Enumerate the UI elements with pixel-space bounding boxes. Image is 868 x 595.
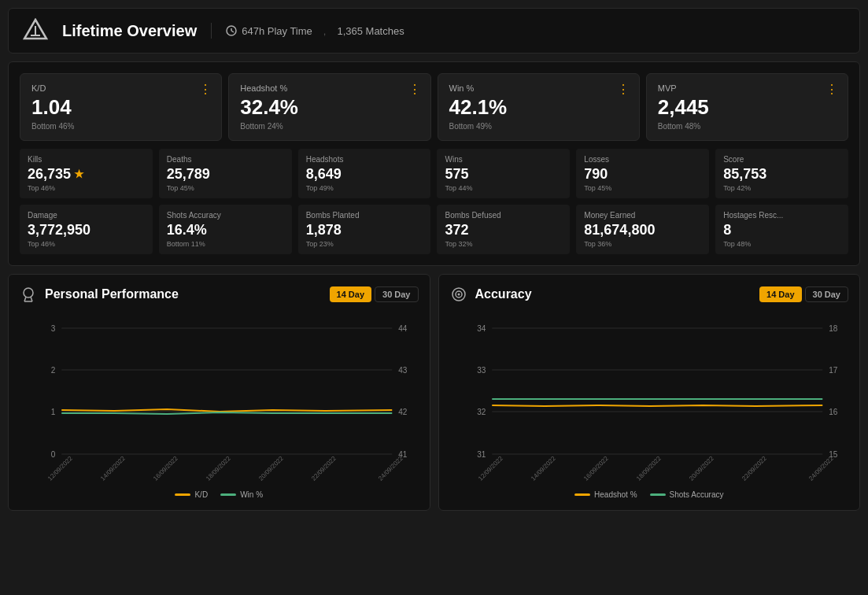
small-stat-hostages: Hostages Resc... 8 Top 48% (715, 205, 848, 254)
money-earned-value: 81,674,800 (584, 222, 701, 238)
personal-performance-panel: Personal Performance 14 Day 30 Day 3 2 1… (8, 274, 430, 511)
kd-legend-dot (175, 493, 190, 496)
big-stat-headshot: Headshot % 32.4% Bottom 24% ⋮ (228, 73, 430, 141)
wins-sub: Top 44% (445, 184, 562, 192)
kills-sub: Top 46% (28, 184, 145, 192)
money-earned-label: Money Earned (584, 211, 701, 220)
win-pct-label: Win % (449, 83, 628, 93)
win-pct-menu-icon[interactable]: ⋮ (617, 82, 630, 97)
bombs-planted-sub: Top 23% (306, 240, 423, 248)
wins-value: 575 (445, 166, 562, 183)
svg-text:22/09/2022: 22/09/2022 (310, 454, 338, 482)
svg-text:18: 18 (829, 324, 838, 333)
accuracy-14-day-button[interactable]: 14 Day (759, 286, 801, 302)
shots-accuracy-legend-dot (650, 493, 666, 496)
accuracy-chart-area: 34 33 32 31 18 17 16 15 12/09/2022 14/09… (450, 312, 849, 486)
shots-accuracy-label: Shots Accuracy (167, 211, 284, 220)
wins-label: Wins (445, 155, 562, 164)
small-stat-losses: Losses 790 Top 45% (576, 149, 709, 198)
headshot-legend-item: Headshot % (574, 490, 637, 499)
bombs-defused-value: 372 (445, 222, 562, 238)
shots-accuracy-value: 16.4% (167, 222, 284, 238)
big-stat-mvp: MVP 2,445 Bottom 48% ⋮ (646, 73, 848, 141)
win-pct-sub: Bottom 49% (449, 122, 628, 131)
headshot-label: Headshot % (240, 83, 419, 93)
losses-sub: Top 45% (584, 184, 701, 192)
headshots-value: 8,649 (306, 166, 423, 183)
win-pct-value: 42.1% (449, 96, 628, 119)
headshots-label: Headshots (306, 155, 423, 164)
win-pct-legend-label: Win % (240, 490, 263, 499)
lifetime-overview-header: Lifetime Overview 647h Play Time , 1,365… (8, 8, 860, 54)
headshot-menu-icon[interactable]: ⋮ (408, 82, 421, 97)
kd-sub: Bottom 46% (31, 122, 210, 131)
play-time: 647h Play Time (242, 25, 312, 37)
score-label: Score (723, 155, 840, 164)
mvp-label: MVP (658, 83, 837, 93)
svg-text:43: 43 (398, 366, 408, 375)
svg-text:44: 44 (398, 324, 408, 333)
svg-line-7 (24, 297, 26, 301)
deaths-label: Deaths (167, 155, 284, 164)
svg-text:0: 0 (51, 450, 56, 459)
small-stat-kills: Kills 26,735 ★ Top 46% (20, 149, 153, 198)
svg-text:18/09/2022: 18/09/2022 (205, 454, 232, 482)
perf-chart-area: 3 2 1 0 44 43 42 41 12/09/2022 14/09/202… (20, 312, 419, 486)
win-pct-legend-item: Win % (220, 490, 263, 499)
svg-text:14/09/2022: 14/09/2022 (99, 454, 127, 482)
svg-text:24/09/2022: 24/09/2022 (377, 454, 404, 482)
money-earned-sub: Top 36% (584, 240, 701, 248)
headshot-sub: Bottom 24% (240, 122, 419, 131)
small-stats-row2: Damage 3,772,950 Top 46% Shots Accuracy … (20, 205, 848, 254)
svg-text:18/09/2022: 18/09/2022 (635, 454, 663, 482)
kills-label: Kills (28, 155, 145, 164)
mvp-value: 2,445 (658, 96, 837, 119)
svg-point-6 (24, 288, 33, 298)
perf-chart-header: Personal Performance 14 Day 30 Day (20, 286, 419, 303)
svg-text:24/09/2022: 24/09/2022 (807, 454, 835, 482)
accuracy-30-day-button[interactable]: 30 Day (805, 286, 848, 302)
matches-count: 1,365 Matches (337, 25, 404, 37)
header-divider (211, 23, 212, 39)
svg-text:2: 2 (51, 366, 56, 375)
small-stat-bombs-defused: Bombs Defused 372 Top 32% (437, 205, 570, 254)
bombs-planted-label: Bombs Planted (306, 211, 423, 220)
clock-icon (226, 25, 237, 36)
kd-value: 1.04 (31, 96, 210, 119)
bombs-defused-sub: Top 32% (445, 240, 562, 248)
stats-panel: K/D 1.04 Bottom 46% ⋮ Headshot % 32.4% B… (8, 61, 860, 266)
small-stat-bombs-planted: Bombs Planted 1,878 Top 23% (298, 205, 431, 254)
headshot-value: 32.4% (240, 96, 419, 119)
hostages-label: Hostages Resc... (723, 211, 840, 220)
small-stat-money-earned: Money Earned 81,674,800 Top 36% (576, 205, 709, 254)
win-pct-legend-dot (220, 493, 236, 496)
kd-label: K/D (31, 83, 210, 93)
headshot-legend-dot (574, 493, 590, 496)
losses-label: Losses (584, 155, 701, 164)
damage-label: Damage (28, 211, 145, 220)
page-title: Lifetime Overview (62, 22, 197, 40)
headshot-legend-label: Headshot % (594, 490, 637, 499)
bombs-planted-value: 1,878 (306, 222, 423, 238)
perf-30-day-button[interactable]: 30 Day (375, 286, 418, 302)
kills-star-icon: ★ (74, 168, 84, 180)
svg-text:17: 17 (829, 366, 838, 375)
svg-text:20/09/2022: 20/09/2022 (257, 454, 285, 482)
svg-text:16/09/2022: 16/09/2022 (582, 454, 610, 482)
kd-menu-icon[interactable]: ⋮ (199, 82, 212, 97)
big-stats-grid: K/D 1.04 Bottom 46% ⋮ Headshot % 32.4% B… (20, 73, 848, 141)
svg-text:31: 31 (477, 450, 486, 459)
perf-14-day-button[interactable]: 14 Day (330, 286, 371, 302)
bottom-panels: Personal Performance 14 Day 30 Day 3 2 1… (8, 274, 860, 511)
svg-text:20/09/2022: 20/09/2022 (688, 454, 715, 482)
small-stat-wins: Wins 575 Top 44% (437, 149, 570, 198)
mvp-menu-icon[interactable]: ⋮ (826, 82, 838, 97)
big-stat-win-pct: Win % 42.1% Bottom 49% ⋮ (438, 73, 640, 141)
svg-text:22/09/2022: 22/09/2022 (741, 454, 768, 482)
small-stat-shots-accuracy: Shots Accuracy 16.4% Bottom 11% (159, 205, 292, 254)
headshots-sub: Top 49% (306, 184, 423, 192)
damage-sub: Top 46% (28, 240, 145, 248)
medal-icon (20, 286, 37, 303)
svg-text:16/09/2022: 16/09/2022 (152, 454, 179, 482)
accuracy-chart-header: Accuracy 14 Day 30 Day (450, 286, 849, 303)
